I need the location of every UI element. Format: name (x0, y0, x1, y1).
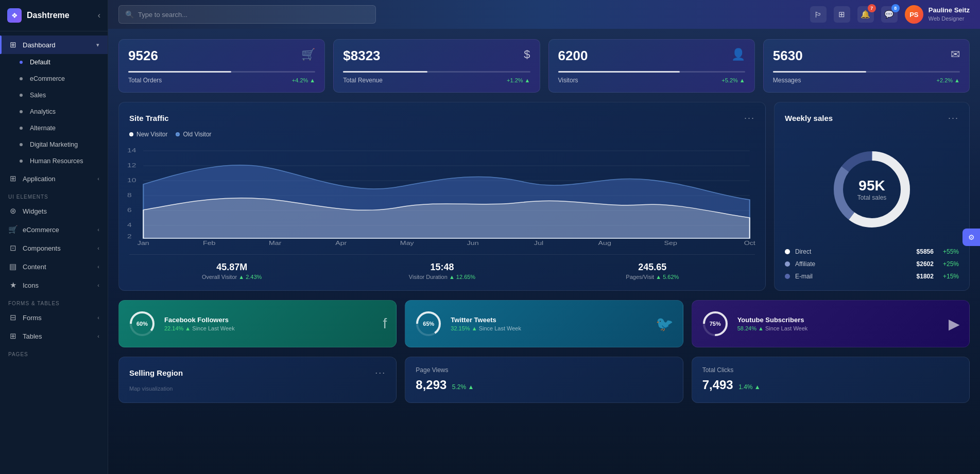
sidebar-item-human-resources[interactable]: Human Resources (0, 153, 108, 169)
chart-stat-1: 15:48 Visitor Duration ▲ 12.65% (339, 262, 544, 280)
sidebar-item-widgets[interactable]: ⊛ Widgets (0, 202, 108, 220)
middle-row: Site Traffic ··· New Visitor Old Visitor (118, 102, 970, 291)
sales-pct: +25% (943, 260, 959, 268)
svg-text:Apr: Apr (335, 240, 347, 246)
social-card-youtube: 75% Youtube Subscribers 58.24% ▲ Since L… (692, 300, 970, 347)
sidebar-item-dashboard[interactable]: ⊞ Dashboard ▾ (0, 36, 108, 54)
search-bar[interactable]: 🔍 (118, 5, 376, 24)
social-stat: 22.14% ▲ Since Last Week (164, 325, 375, 331)
chart-stat-change: ▲ 2.43% (238, 274, 262, 280)
social-card-twitter: 65% Twitter Tweets 32.15% ▲ Since Last W… (405, 300, 683, 347)
chart-stat-label: Pages/Visit ▲ 5.62% (550, 274, 755, 280)
stat-card-bottom: Visitors +5.2% ▲ (558, 77, 745, 84)
sales-row-0: Direct $5856 +55% (785, 248, 959, 255)
social-stat: 58.24% ▲ Since Last Week (737, 325, 940, 331)
dot-icon (20, 160, 23, 163)
sidebar-item-alternate[interactable]: Alternate (0, 120, 108, 136)
svg-text:12: 12 (127, 162, 136, 168)
bottom-row: Selling Region ··· Map visualization Pag… (118, 357, 970, 403)
sales-breakdown: Direct $5856 +55% Affiliate $2602 +25% E… (785, 248, 959, 280)
sidebar-sub-analytics-label: Analytics (30, 108, 56, 115)
selling-region-title: Selling Region (129, 368, 183, 377)
settings-fab[interactable]: ⚙ (962, 229, 980, 246)
user-profile[interactable]: PS Pauline Seitz Web Designer (905, 5, 970, 24)
total-clicks-number: 7,493 (702, 378, 733, 392)
svg-text:4: 4 (127, 222, 132, 228)
sidebar-item-sales[interactable]: Sales (0, 87, 108, 103)
stat-icon: 🛒 (301, 48, 315, 61)
chart-stats: 45.87M Overall Visitor ▲ 2.43% 15:48 Vis… (129, 254, 755, 280)
content-icon: ▤ (8, 262, 18, 271)
user-text: Pauline Seitz Web Designer (929, 6, 970, 22)
sales-dot (785, 261, 790, 267)
selling-region-menu-button[interactable]: ··· (375, 367, 386, 378)
sales-row-1: Affiliate $2602 +25% (785, 260, 959, 268)
flag-button[interactable]: 🏳 (810, 6, 827, 23)
stat-card-2: 6200 👤 Visitors +5.2% ▲ (548, 39, 755, 93)
weekly-sales-header: Weekly sales ··· (785, 113, 959, 124)
topbar-actions: 🏳 ⊞ 🔔 7 💬 8 PS Pauline Seitz Web Designe… (810, 5, 970, 24)
sidebar-back-button[interactable]: ‹ (98, 11, 100, 20)
social-stat: 32.15% ▲ Since Last Week (451, 325, 647, 331)
svg-text:Sep: Sep (664, 240, 677, 246)
grid-button[interactable]: ⊞ (834, 6, 850, 23)
sidebar-item-analytics[interactable]: Analytics (0, 103, 108, 120)
circle-progress: 60% (128, 310, 156, 338)
social-title: Youtube Subscribers (737, 316, 940, 324)
stat-label: Visitors (558, 77, 578, 84)
sidebar-sub-alternate-label: Alternate (30, 125, 56, 132)
svg-text:14: 14 (127, 147, 136, 153)
sidebar-item-application[interactable]: ⊞ Application ‹ (0, 169, 108, 188)
total-clicks-label: Total Clicks (702, 366, 959, 374)
selling-region-header: Selling Region ··· (129, 367, 386, 378)
notifications-button[interactable]: 🔔 7 (857, 6, 874, 23)
chevron-left-icon: ‹ (97, 175, 99, 182)
svg-text:Jul: Jul (534, 240, 543, 246)
social-icon: ▶ (949, 315, 960, 332)
sidebar-item-dashboard-label: Dashboard (23, 41, 56, 49)
messages-button[interactable]: 💬 8 (881, 6, 898, 23)
sidebar-item-forms[interactable]: ⊟ Forms ‹ (0, 308, 108, 327)
stat-change: +2.2% ▲ (937, 77, 960, 83)
social-cards: 60% Facebook Followers 22.14% ▲ Since La… (118, 300, 970, 347)
sidebar-item-ecommerce-sub[interactable]: eCommerce (0, 71, 108, 87)
svg-text:6: 6 (127, 207, 132, 213)
sidebar-item-digital-marketing[interactable]: Digital Marketing (0, 136, 108, 153)
sidebar-item-ecommerce-ui[interactable]: 🛒 eCommerce ‹ (0, 220, 108, 239)
sidebar-item-components-label: Components (23, 244, 61, 252)
section-forms-label: FORMS & TABLES (0, 294, 108, 308)
weekly-sales-menu-button[interactable]: ··· (948, 113, 959, 124)
stat-value: 6200 (558, 48, 588, 64)
sidebar-item-application-label: Application (23, 175, 56, 183)
legend-dot-white (129, 132, 133, 136)
grid-icon: ⊞ (838, 10, 845, 19)
chevron-left-icon: ‹ (97, 264, 99, 270)
site-traffic-chart: 14 12 10 8 6 4 2 (127, 143, 757, 246)
stat-card-3: 5630 ✉ Messages +2.2% ▲ (763, 39, 970, 93)
sidebar-item-content[interactable]: ▤ Content ‹ (0, 257, 108, 276)
sidebar-item-tables[interactable]: ⊞ Tables ‹ (0, 327, 108, 345)
sidebar-sub-hr-label: Human Resources (30, 157, 83, 165)
stat-card-bottom: Total Revenue +1.2% ▲ (343, 77, 530, 84)
chevron-left-icon: ‹ (97, 314, 99, 321)
stat-label: Total Orders (128, 77, 162, 84)
sidebar-item-icons[interactable]: ★ Icons ‹ (0, 276, 108, 294)
social-pct: 58.24% ▲ (737, 325, 764, 331)
social-pct: 32.15% ▲ (451, 325, 477, 331)
chevron-left-icon: ‹ (97, 333, 99, 339)
total-clicks-change: 1.4% ▲ (738, 383, 761, 391)
search-input[interactable] (138, 11, 369, 19)
chart-stat-value: 245.65 (550, 262, 755, 273)
sidebar-item-components[interactable]: ⊡ Components ‹ (0, 239, 108, 257)
sidebar-item-default[interactable]: Default (0, 54, 108, 71)
selling-region-card: Selling Region ··· Map visualization (118, 357, 397, 403)
sidebar-nav: ⊞ Dashboard ▾ Default eCommerce Sales An… (0, 31, 108, 474)
sidebar-item-content-label: Content (23, 263, 46, 271)
social-title: Twitter Tweets (451, 316, 647, 324)
map-placeholder: Map visualization (129, 385, 386, 392)
stat-bar-fill (773, 71, 867, 73)
site-traffic-menu-button[interactable]: ··· (744, 113, 755, 124)
chart-stat-change: ▲ 5.62% (656, 274, 679, 280)
ecommerce-icon: 🛒 (8, 225, 18, 234)
svg-text:Mar: Mar (269, 240, 281, 246)
